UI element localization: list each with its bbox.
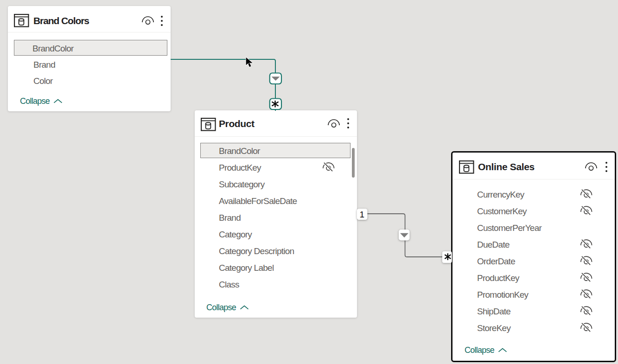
svg-text:1: 1 — [360, 210, 365, 219]
